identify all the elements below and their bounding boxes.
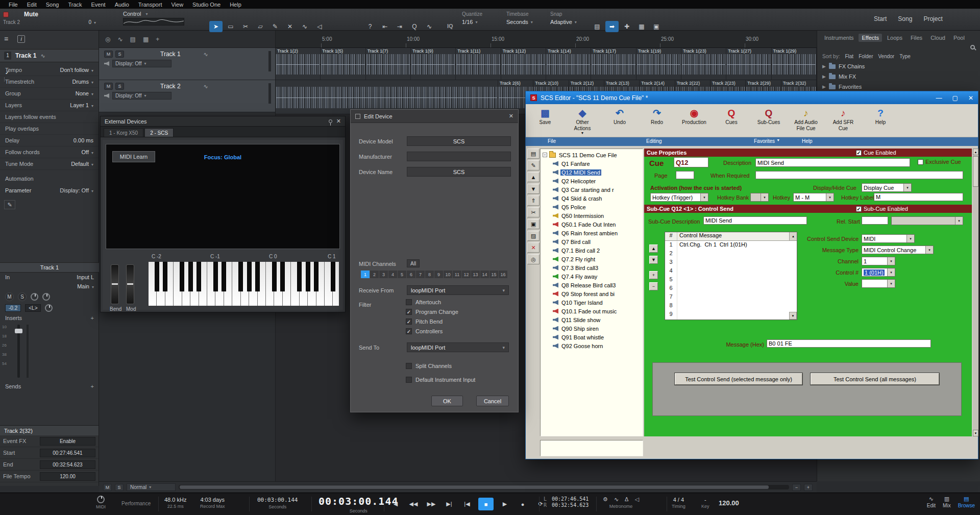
black-key[interactable] — [155, 262, 159, 291]
browser-tab[interactable]: Loops — [884, 34, 905, 42]
scrollbar-thumb[interactable] — [973, 156, 978, 187]
scroll-up-icon[interactable]: ▲ — [973, 149, 978, 155]
cue-tree-item[interactable]: Q5 Police — [542, 203, 642, 211]
test-selected-button[interactable]: Test Control Send (selected message only… — [675, 373, 802, 385]
tool-button[interactable]: ∿ — [298, 21, 311, 32]
event-info-value[interactable]: Enable — [40, 437, 95, 446]
audio-clip[interactable]: Track 1(23) — [681, 48, 726, 80]
cue-tree-item[interactable]: Q2 Helicopter — [542, 177, 642, 185]
menu-item[interactable]: View — [166, 2, 188, 8]
scs-side-button[interactable]: ▨ — [527, 231, 540, 241]
automation-display-dropdown[interactable]: Display: Off — [112, 92, 172, 100]
black-key[interactable] — [280, 262, 285, 291]
inspector-toggle-icon[interactable]: i — [17, 35, 25, 43]
checkbox-box[interactable] — [406, 363, 412, 369]
input-quantize-label[interactable]: IQ — [447, 23, 453, 29]
track-mute-button[interactable]: M — [104, 83, 113, 90]
inserts-label[interactable]: Inserts — [5, 315, 22, 321]
midi-channel-cell[interactable]: 5 — [398, 271, 406, 278]
track-toolbar-icon[interactable]: + — [156, 36, 159, 43]
scs-toolbar-button[interactable]: ◆ Other Actions ▼ — [567, 106, 598, 136]
volume-fader[interactable]: 1018263854 — [0, 324, 99, 381]
checkbox-box[interactable] — [406, 299, 412, 305]
message-row[interactable]: 3 — [665, 259, 789, 267]
cue-tree-item[interactable]: Q6 Rain forest ambien — [542, 229, 642, 237]
scs-side-button[interactable]: ▼ — [527, 184, 540, 194]
scs-toolbar-button[interactable]: Q Sub-Cues ▼ — [753, 106, 784, 126]
hamburger-icon[interactable]: ≡ — [4, 35, 8, 43]
pitch-bend-wheel[interactable] — [111, 264, 119, 304]
edit-automation-icon[interactable]: ✎ — [4, 200, 15, 209]
rel-start-mode-dropdown[interactable] — [891, 216, 963, 225]
quantize-selector[interactable]: Quantize 1/16 — [462, 11, 505, 25]
key-value[interactable]: - — [704, 497, 706, 503]
audio-clip[interactable]: Track 1(17) — [591, 48, 636, 80]
track-header[interactable]: M S Track 2 Display: Off — [99, 80, 275, 112]
midi-keyboard[interactable]: C -2 C -1 — [149, 253, 339, 307]
message-type-dropdown[interactable]: MIDI Control Change — [862, 246, 934, 254]
black-key[interactable] — [213, 262, 218, 291]
message-row[interactable]: 5 — [665, 276, 789, 285]
midi-channel-cell[interactable]: 12 — [462, 271, 471, 278]
audio-clip[interactable]: Track 1(19) — [636, 48, 681, 80]
inspector-value[interactable]: Drums — [72, 79, 93, 85]
filter-checkbox[interactable]: Pitch Bend — [406, 318, 443, 325]
add-send-button[interactable]: + — [91, 383, 94, 389]
hotkey-trigger-dropdown[interactable]: Hotkey (Trigger) — [650, 193, 708, 202]
filter-checkbox[interactable]: Aftertouch — [406, 299, 441, 305]
cue-tree-item[interactable]: Q7.4 Fly away — [542, 272, 642, 281]
control-link-display[interactable]: Control — [123, 11, 188, 26]
tree-root[interactable]: − SCS 11 Demo Cue File — [542, 151, 642, 159]
solo-chip[interactable]: S — [115, 484, 124, 491]
browser-tab[interactable]: Effects — [859, 34, 881, 42]
performance-label[interactable]: Performance — [121, 501, 151, 506]
audio-clip[interactable]: Track 1(12) — [501, 48, 546, 80]
scs-toolbar-button[interactable]: Q Cues ▼ — [716, 106, 747, 126]
solo-button[interactable]: S — [18, 292, 27, 301]
transport-button[interactable]: ● — [516, 498, 529, 510]
event-info-value[interactable]: 120.00 — [40, 472, 95, 481]
cue-tree-item[interactable]: Q9 Stop forest and bi — [542, 289, 642, 298]
midi-channel-cell[interactable]: 15 — [489, 271, 498, 278]
midi-channel-cell[interactable]: 6 — [407, 271, 415, 278]
inspector-row[interactable]: Layers follow events ✓ — [0, 111, 99, 123]
page-button[interactable]: Project — [923, 15, 942, 22]
black-key[interactable] — [222, 262, 226, 291]
tool-button[interactable]: ➤ — [209, 21, 223, 32]
when-required-input[interactable] — [755, 171, 963, 179]
view-icon-button[interactable]: ▦ — [635, 21, 648, 32]
black-key[interactable] — [163, 262, 167, 291]
audio-clip[interactable]: Track 1(7) — [366, 48, 411, 80]
checkbox-box[interactable] — [406, 318, 412, 325]
cue-enabled-checkbox[interactable]: Cue Enabled — [856, 150, 896, 156]
close-icon[interactable]: ✕ — [336, 118, 341, 125]
browser-tab[interactable]: Instruments — [821, 34, 856, 42]
track-solo-button[interactable]: S — [115, 51, 124, 58]
move-message-down-button[interactable]: ▼ — [649, 256, 658, 264]
search-icon[interactable] — [970, 45, 975, 50]
ok-button[interactable]: OK — [431, 396, 463, 406]
inspector-row[interactable]: Tempo Don't follow ✓ — [0, 64, 99, 76]
inspector-value[interactable]: Layer 1 — [70, 102, 93, 108]
chevron-right-icon[interactable]: ▶ — [822, 84, 826, 89]
menu-item[interactable]: Song — [41, 2, 64, 8]
scs-side-button[interactable]: ▣ — [527, 219, 540, 229]
scroll-down-icon[interactable]: ▼ — [973, 430, 978, 436]
transport-button[interactable]: ◀◀ — [407, 498, 420, 510]
inspector-value[interactable]: Don't follow — [60, 67, 93, 73]
menu-item[interactable]: Edit — [22, 2, 41, 8]
maximize-icon[interactable]: ▢ — [952, 94, 958, 102]
scs-side-button[interactable]: ▤ — [527, 149, 540, 159]
input-selector[interactable]: Input L — [77, 274, 94, 280]
cue-tree-item[interactable]: Q91 Boat whistle — [542, 333, 642, 341]
sort-option[interactable]: Vendor — [878, 54, 895, 59]
inspector-row[interactable]: Layers Layer 1 ✓ — [0, 100, 99, 111]
event-info-value[interactable]: 00:32:54.623 — [40, 460, 95, 469]
scs-toolbar-button[interactable]: ↷ Redo ▼ — [642, 106, 672, 126]
tool-button[interactable]: ▭ — [224, 21, 237, 32]
midi-channel-cell[interactable]: 1 — [361, 271, 370, 278]
track-solo-button[interactable]: S — [115, 83, 124, 90]
transport-button[interactable]: ▶| — [443, 498, 456, 510]
midi-channel-cell[interactable]: 13 — [471, 271, 480, 278]
cue-tree-item[interactable]: Q1 Fanfare — [542, 159, 642, 168]
